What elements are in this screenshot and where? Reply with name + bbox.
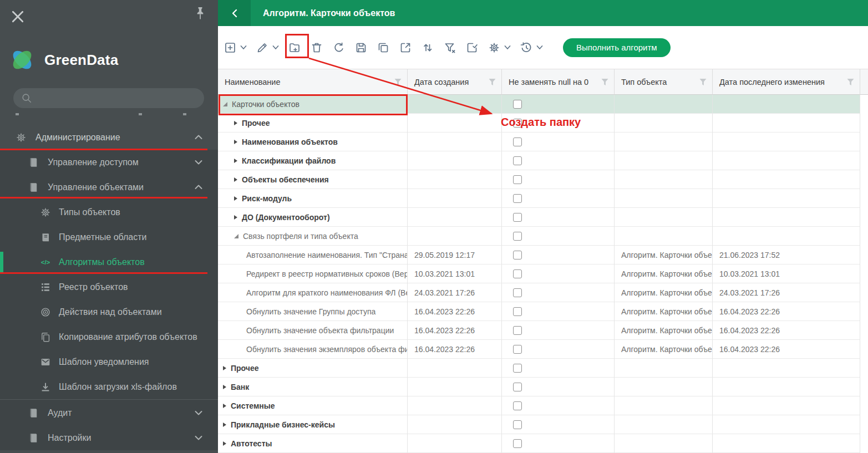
table-row[interactable]: Обнулить значение Группы доступа16.04.20… [218,302,868,321]
null-flag-checkbox[interactable] [513,420,522,429]
expand-collapsed-icon[interactable] [234,121,237,125]
table-row[interactable]: Автотесты [218,434,868,453]
table-row[interactable]: Обнулить значения экземпляров объекта фи… [218,340,868,359]
save-button[interactable] [354,41,368,54]
name-cell[interactable]: Обнулить значения экземпляров объекта фи… [218,340,408,359]
table-row[interactable]: Риск-модуль [218,189,868,208]
table-row[interactable]: Редирект в реестр нормативных сроков (Ве… [218,264,868,283]
sort-button[interactable] [421,41,434,54]
null-flag-checkbox[interactable] [513,251,522,259]
filter-icon[interactable] [601,78,609,86]
column-header-0[interactable]: Наименование [218,69,408,95]
run-algorithm-button[interactable]: Выполнить алгоритм [563,38,671,57]
save-view-button[interactable] [465,41,479,54]
table-row[interactable]: ДО (Документооборот) [218,208,868,227]
expand-collapsed-icon[interactable] [223,385,226,389]
expand-collapsed-icon[interactable] [223,441,226,446]
null-flag-checkbox[interactable] [513,213,522,222]
table-row[interactable]: Связь портфеля и типа объекта [218,227,868,246]
null-flag-checkbox[interactable] [513,100,522,109]
expand-expanded-icon[interactable] [234,234,238,238]
column-header-3[interactable]: Тип объекта [615,69,713,95]
export-button[interactable] [399,41,412,54]
null-flag-checkbox[interactable] [513,288,522,297]
null-flag-checkbox[interactable] [513,269,522,278]
sidebar-search-input[interactable] [13,88,204,108]
sidebar-item-управление-доступом[interactable]: Управление доступом [0,150,218,175]
name-cell[interactable]: ДО (Документооборот) [218,208,408,227]
column-header-4[interactable]: Дата последнего изменения [713,69,860,95]
delete-button[interactable] [310,41,323,54]
sidebar-item-шаблон-загрузки-xls-файлов[interactable]: Шаблон загрузки xls-файлов [0,374,218,399]
null-flag-checkbox[interactable] [513,232,522,241]
null-flag-checkbox[interactable] [513,138,522,146]
null-flag-checkbox[interactable] [513,194,522,203]
name-cell[interactable]: Риск-модуль [218,189,408,208]
null-flag-checkbox[interactable] [513,383,522,391]
sidebar-item-алгоритмы-объектов[interactable]: </>Алгоритмы объектов [0,250,218,274]
null-flag-checkbox[interactable] [513,439,522,448]
table-row[interactable]: Системные [218,396,868,415]
expand-expanded-icon[interactable] [223,102,227,106]
name-cell[interactable]: Объекты обеспечения [218,170,408,189]
expand-collapsed-icon[interactable] [223,366,226,370]
name-cell[interactable]: Автотесты [218,434,408,453]
sidebar-item-реестр-объектов[interactable]: Реестр объектов [0,274,218,299]
table-row[interactable]: Прочее [218,114,868,133]
null-flag-checkbox[interactable] [513,364,522,373]
null-flag-checkbox[interactable] [513,345,522,354]
table-row[interactable]: Прикладные бизнес-кейсы [218,415,868,434]
column-header-1[interactable]: Дата создания [408,69,502,95]
expand-collapsed-icon[interactable] [234,159,237,163]
table-row[interactable]: Карточки объектов [218,95,868,114]
sidebar-item-предметные-области[interactable]: Предметные области [0,225,218,250]
filter-icon[interactable] [846,78,855,86]
table-row[interactable]: Банк [218,378,868,396]
expand-collapsed-icon[interactable] [234,196,237,201]
name-cell[interactable]: Автозаполнение наименования. Тип "Страна [218,246,408,264]
name-cell[interactable]: Редирект в реестр нормативных сроков (Ве… [218,264,408,283]
table-row[interactable]: Обнулить значение объекта фильтрации16.0… [218,321,868,340]
null-flag-checkbox[interactable] [513,119,522,128]
filter-icon[interactable] [488,78,496,86]
close-icon[interactable] [11,9,25,24]
pin-icon[interactable] [194,6,207,24]
copy-button[interactable] [377,41,390,54]
history-button[interactable] [520,41,543,54]
sidebar-item-аудит[interactable]: Аудит [0,400,218,425]
table-row[interactable]: Прочее [218,359,868,378]
edit-record-button[interactable] [256,41,279,54]
create-folder-button[interactable] [288,41,301,54]
name-cell[interactable]: Связь портфеля и типа объекта [218,227,408,246]
name-cell[interactable]: Банк [218,378,408,396]
name-cell[interactable]: Обнулить значение объекта фильтрации [218,321,408,340]
null-flag-checkbox[interactable] [513,326,522,335]
add-record-button[interactable] [224,41,247,54]
name-cell[interactable]: Прикладные бизнес-кейсы [218,415,408,434]
sidebar-item-типы-объектов[interactable]: Типы объектов [0,200,218,225]
table-row[interactable]: Алгоритм для краткого наименования ФЛ (В… [218,283,868,302]
clear-filter-button[interactable] [443,41,456,54]
settings-button[interactable] [488,41,511,54]
expand-collapsed-icon[interactable] [223,423,226,427]
expand-collapsed-icon[interactable] [234,177,237,182]
name-cell[interactable]: Системные [218,396,408,415]
sidebar-item-действия-над-объектами[interactable]: Действия над объектами [0,299,218,324]
table-row[interactable]: Объекты обеспечения [218,170,868,189]
sidebar-item-настройки[interactable]: Настройки [0,425,218,450]
column-header-2[interactable]: Не заменять null на 0 [502,69,615,95]
table-row[interactable]: Автозаполнение наименования. Тип "Страна… [218,246,868,264]
name-cell[interactable]: Прочее [218,359,408,378]
name-cell[interactable]: Классификации файлов [218,151,408,170]
refresh-button[interactable] [332,41,346,54]
expand-collapsed-icon[interactable] [223,404,226,408]
name-cell[interactable]: Алгоритм для краткого наименования ФЛ (В… [218,283,408,302]
table-row[interactable]: Наименования объектов [218,133,868,151]
name-cell[interactable]: Обнулить значение Группы доступа [218,302,408,321]
null-flag-checkbox[interactable] [513,175,522,184]
sidebar-item-администрирование[interactable]: Администрирование [0,125,218,150]
filter-icon[interactable] [699,78,707,86]
expand-collapsed-icon[interactable] [234,215,237,220]
back-button[interactable] [218,0,251,26]
name-cell[interactable]: Карточки объектов [218,95,408,114]
